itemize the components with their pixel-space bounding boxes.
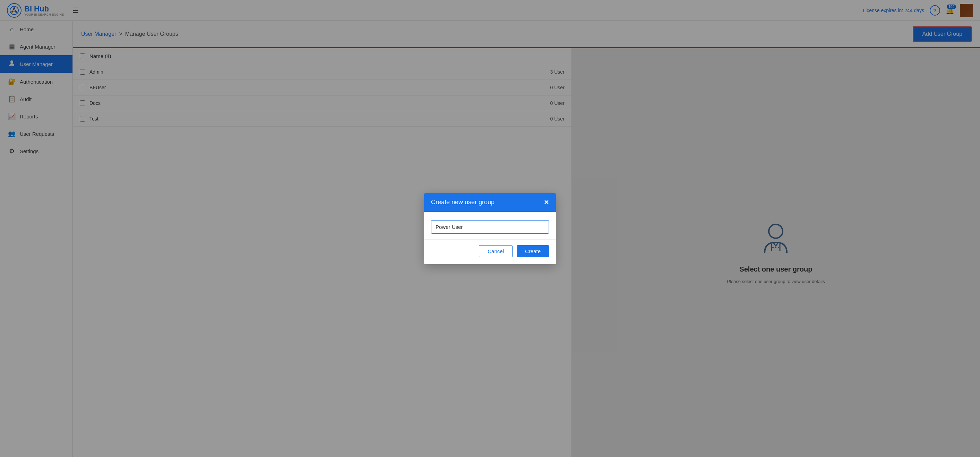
modal-body	[424, 212, 556, 239]
create-user-group-modal: Create new user group ✕ Cancel Create	[424, 193, 556, 264]
modal-title: Create new user group	[431, 199, 495, 206]
modal-overlay: Create new user group ✕ Cancel Create	[0, 0, 980, 457]
group-name-input[interactable]	[431, 220, 549, 234]
create-button[interactable]: Create	[517, 245, 549, 257]
cancel-button[interactable]: Cancel	[479, 245, 512, 257]
modal-footer: Cancel Create	[424, 239, 556, 264]
modal-close-button[interactable]: ✕	[544, 199, 549, 206]
modal-header: Create new user group ✕	[424, 193, 556, 212]
